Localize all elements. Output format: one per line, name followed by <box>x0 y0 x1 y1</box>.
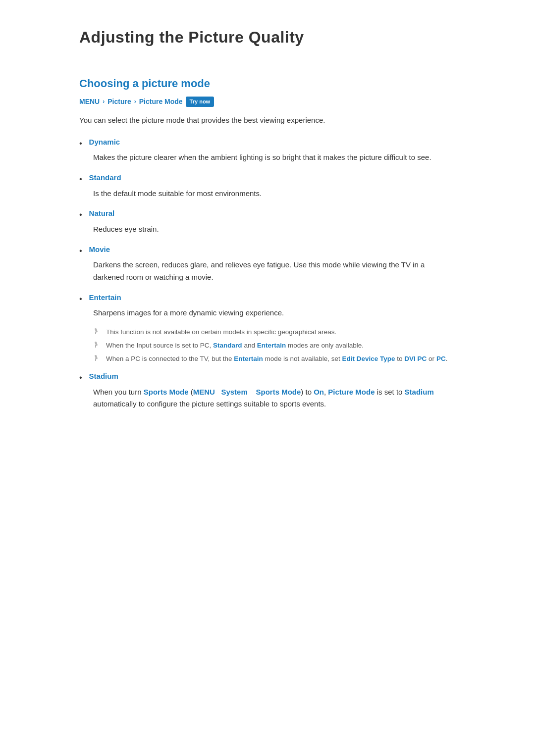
mode-movie-description: Darkens the screen, reduces glare, and r… <box>93 259 456 284</box>
bullet-dot: • <box>79 137 82 150</box>
mode-movie-label: Movie <box>89 244 110 255</box>
note-text-2: When the Input source is set to PC, Stan… <box>106 341 364 351</box>
mode-movie: • Movie Darkens the screen, reduces glar… <box>79 244 456 284</box>
note-icon-3 <box>93 354 101 362</box>
mode-dynamic-label: Dynamic <box>89 136 120 148</box>
section: Choosing a picture mode MENU › Picture ›… <box>79 75 456 410</box>
try-now-badge[interactable]: Try now <box>186 97 214 107</box>
mode-stadium: • Stadium When you turn Sports Mode (MEN… <box>79 370 456 410</box>
breadcrumb-arrow-2: › <box>134 97 136 106</box>
breadcrumb-menu: MENU <box>79 96 100 107</box>
intro-text: You can select the picture mode that pro… <box>79 114 456 126</box>
mode-dynamic: • Dynamic Makes the picture clearer when… <box>79 136 456 164</box>
mode-stadium-description: When you turn Sports Mode (MENU System S… <box>93 386 456 411</box>
mode-dynamic-description: Makes the picture clearer when the ambie… <box>93 151 456 164</box>
mode-entertain: • Entertain Sharpens images for a more d… <box>79 292 456 364</box>
section-title: Choosing a picture mode <box>79 75 456 92</box>
breadcrumb-picture: Picture <box>107 96 131 107</box>
bullet-dot: • <box>79 173 82 186</box>
bullet-dot: • <box>79 371 82 384</box>
bullet-dot: • <box>79 293 82 305</box>
entertain-notes: This function is not available on certai… <box>93 327 456 364</box>
mode-entertain-description: Sharpens images for a more dynamic viewi… <box>93 307 456 319</box>
mode-natural-label: Natural <box>89 207 115 219</box>
note-text-3: When a PC is connected to the TV, but th… <box>106 354 447 364</box>
breadcrumb-picture-mode: Picture Mode <box>139 96 183 107</box>
mode-natural: • Natural Reduces eye strain. <box>79 207 456 235</box>
breadcrumb-arrow-1: › <box>103 97 105 106</box>
mode-standard-label: Standard <box>89 172 121 184</box>
note-item-1: This function is not available on certai… <box>93 327 456 338</box>
page-title: Adjusting the Picture Quality <box>79 25 456 50</box>
mode-natural-description: Reduces eye strain. <box>93 223 456 236</box>
bullet-dot: • <box>79 245 82 257</box>
modes-list: • Dynamic Makes the picture clearer when… <box>79 136 456 410</box>
page-container: Adjusting the Picture Quality Choosing a… <box>45 0 490 458</box>
mode-standard: • Standard Is the default mode suitable … <box>79 172 456 200</box>
note-text-1: This function is not available on certai… <box>106 327 336 338</box>
bullet-dot: • <box>79 208 82 221</box>
note-item-3: When a PC is connected to the TV, but th… <box>93 354 456 364</box>
note-item-2: When the Input source is set to PC, Stan… <box>93 341 456 351</box>
mode-standard-description: Is the default mode suitable for most en… <box>93 188 456 200</box>
note-icon-2 <box>93 341 101 349</box>
mode-stadium-label: Stadium <box>89 370 118 382</box>
mode-entertain-label: Entertain <box>89 292 121 303</box>
breadcrumb: MENU › Picture › Picture Mode Try now <box>79 96 456 107</box>
note-icon-1 <box>93 328 101 336</box>
